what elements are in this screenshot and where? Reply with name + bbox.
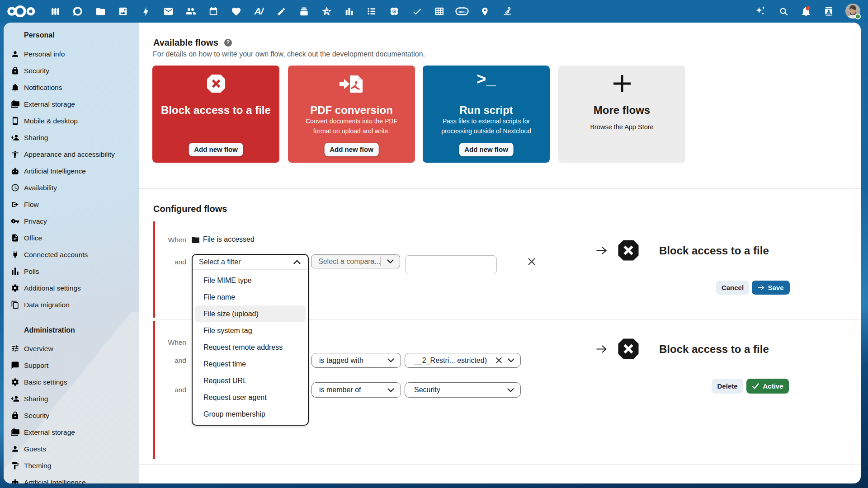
svg-text:ocs: ocs [458,9,466,14]
